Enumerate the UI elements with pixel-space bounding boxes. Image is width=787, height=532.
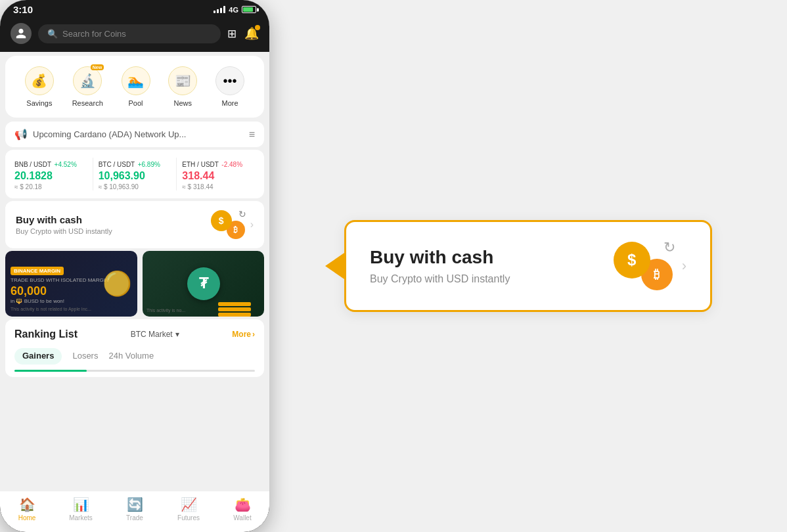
savings-label: Savings: [26, 99, 52, 107]
arrow-right-icon: ›: [250, 219, 254, 231]
ranking-section: Ranking List BTC Market ▾ More › Gainers…: [5, 319, 264, 377]
notification-icon[interactable]: 🔔: [244, 26, 259, 41]
status-bar: 3:10 4G: [0, 0, 269, 18]
tab-24h-volume[interactable]: 24h Volume: [108, 348, 154, 365]
nav-futures[interactable]: 📈 Futures: [162, 497, 215, 521]
gold-bars: [218, 302, 251, 317]
nav-home[interactable]: 🏠 Home: [0, 497, 54, 521]
btc-pair-label: BTC / USDT: [99, 161, 135, 168]
ticker-bnb-pair: BNB / USDT +4.52%: [14, 158, 87, 169]
eth-price: 318.44: [182, 169, 255, 183]
research-label: Research: [72, 99, 103, 107]
eth-usd: ≈ $ 318.44: [182, 183, 255, 190]
futures-icon: 📈: [181, 497, 197, 512]
status-icons: 4G: [214, 6, 256, 14]
markets-label: Markets: [69, 514, 93, 521]
scan-icon[interactable]: ⊞: [227, 27, 236, 41]
banners-row: BINANCE MARGIN TRADE BUSD WITH ISOLATED …: [5, 251, 264, 317]
ranking-title: Ranking List: [14, 328, 78, 340]
more-icon: •••: [215, 66, 244, 95]
buy-cash-subtitle: Buy Crypto with USD instantly: [16, 227, 112, 235]
buy-cash-icons: $ ₿ ↻ ›: [211, 210, 254, 239]
search-placeholder: Search for Coins: [62, 29, 126, 39]
refresh-icon: ↻: [238, 209, 246, 219]
ranking-filter-label: BTC Market: [131, 330, 173, 339]
pool-icon: 🏊: [122, 66, 150, 95]
bnb-price: 20.1828: [14, 169, 87, 183]
buy-cash-title: Buy with cash: [16, 214, 112, 225]
binance-icon-big: 🟡: [102, 270, 132, 298]
zoomed-refresh-icon: ↻: [663, 239, 675, 256]
nav-markets[interactable]: 📊 Markets: [54, 497, 108, 521]
battery-icon: [242, 6, 256, 13]
banner-binance[interactable]: BINANCE MARGIN TRADE BUSD WITH ISOLATED …: [5, 251, 137, 317]
news-icon: 📰: [168, 66, 197, 95]
quick-actions-card: 💰 Savings 🔬 New Research 🏊 Pool: [5, 56, 264, 118]
filter-dropdown-icon: ▾: [175, 330, 179, 339]
quick-action-research[interactable]: 🔬 New Research: [72, 66, 103, 107]
buy-cash-card[interactable]: Buy with cash Buy Crypto with USD instan…: [5, 201, 264, 248]
announcement-bar[interactable]: 📢 Upcoming Cardano (ADA) Network Up... ≡: [5, 122, 264, 147]
announcement-icon: 📢: [14, 128, 28, 141]
ranking-progress-fill: [14, 370, 87, 372]
futures-label: Futures: [177, 514, 200, 521]
home-icon: 🏠: [19, 497, 35, 512]
network-label: 4G: [229, 6, 238, 14]
quick-action-pool[interactable]: 🏊 Pool: [122, 66, 150, 107]
btc-price: 10,963.90: [99, 169, 171, 183]
btc-change: +6.89%: [138, 161, 160, 168]
ticker-btc[interactable]: BTC / USDT +6.89% 10,963.90 ≈ $ 10,963.9…: [99, 158, 171, 190]
bnb-change: +4.52%: [55, 161, 77, 168]
binance-margin-tag: BINANCE MARGIN: [11, 267, 64, 275]
eth-change: -2.48%: [221, 161, 242, 168]
search-icon: 🔍: [47, 29, 58, 39]
new-badge: New: [91, 64, 104, 70]
top-nav: 🔍 Search for Coins ⊞ 🔔: [0, 18, 269, 52]
nav-wallet[interactable]: 👛 Wallet: [215, 497, 269, 521]
banner-tether[interactable]: ₮ This activity is no...: [143, 251, 264, 317]
bottom-nav: 🏠 Home 📊 Markets 🔄 Trade 📈 Futures 👛 Wal…: [0, 491, 269, 532]
zoomed-dollar-coin: $: [614, 242, 650, 278]
quick-action-more[interactable]: ••• More: [215, 66, 244, 107]
ticker-eth-pair: ETH / USDT -2.48%: [182, 158, 255, 169]
ticker-divider-1: [93, 158, 93, 190]
news-label: News: [174, 99, 192, 107]
zoomed-arrow-icon: ›: [682, 257, 686, 275]
quick-action-savings[interactable]: 💰 Savings: [25, 66, 54, 107]
quick-action-news[interactable]: 📰 News: [168, 66, 197, 107]
announcement-content: 📢 Upcoming Cardano (ADA) Network Up...: [14, 128, 186, 141]
avatar[interactable]: [11, 23, 32, 44]
banner-disclaimer-2: This activity is no...: [146, 308, 185, 313]
tab-gainers[interactable]: Gainers: [14, 348, 62, 365]
eth-pair-label: ETH / USDT: [182, 161, 219, 168]
home-label: Home: [18, 514, 36, 521]
more-label: More: [222, 99, 238, 107]
ranking-header: Ranking List BTC Market ▾ More ›: [14, 328, 255, 340]
tab-losers[interactable]: Losers: [72, 348, 98, 365]
pool-label: Pool: [129, 99, 143, 107]
bnb-usd: ≈ $ 20.18: [14, 183, 87, 190]
more-label: More: [232, 330, 251, 339]
status-time: 3:10: [13, 4, 33, 15]
quick-actions: 💰 Savings 🔬 New Research 🏊 Pool: [16, 66, 254, 107]
ticker-row: BNB / USDT +4.52% 20.1828 ≈ $ 20.18 BTC …: [5, 150, 264, 198]
wallet-label: Wallet: [233, 514, 251, 521]
ranking-progress-bar: [14, 370, 255, 372]
phone-screen: 3:10 4G 🔍 Search for Coi: [0, 0, 269, 532]
ticker-bnb[interactable]: BNB / USDT +4.52% 20.1828 ≈ $ 20.18: [14, 158, 87, 190]
trade-icon: 🔄: [127, 497, 143, 512]
ranking-more-link[interactable]: More ›: [232, 330, 255, 339]
zoomed-card-subtitle: Buy Crypto with USD instantly: [370, 273, 510, 285]
tether-coin: ₮: [187, 267, 220, 300]
list-icon: ≡: [249, 129, 255, 141]
search-bar[interactable]: 🔍 Search for Coins: [38, 24, 221, 43]
ranking-filter[interactable]: BTC Market ▾: [131, 330, 179, 339]
zoomed-buy-cash-card[interactable]: Buy with cash Buy Crypto with USD instan…: [344, 220, 712, 312]
right-panel: Buy with cash Buy Crypto with USD instan…: [269, 0, 787, 532]
announcement-text: Upcoming Cardano (ADA) Network Up...: [33, 129, 186, 139]
main-content: 💰 Savings 🔬 New Research 🏊 Pool: [0, 52, 269, 491]
signal-bars: [214, 6, 225, 13]
nav-trade[interactable]: 🔄 Trade: [108, 497, 162, 521]
ticker-eth[interactable]: ETH / USDT -2.48% 318.44 ≈ $ 318.44: [182, 158, 255, 190]
buy-cash-info: Buy with cash Buy Crypto with USD instan…: [16, 214, 112, 235]
